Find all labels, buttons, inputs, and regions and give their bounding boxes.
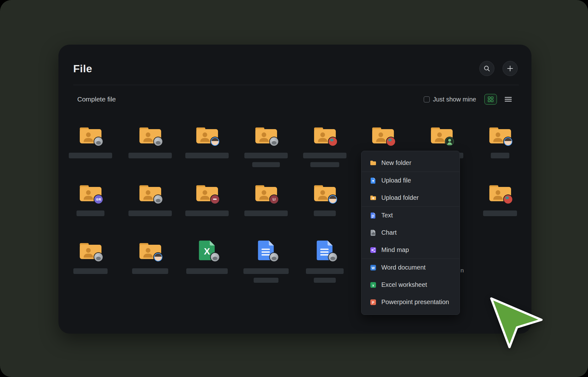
folder-icon [475, 123, 525, 147]
grid-item[interactable] [125, 123, 175, 173]
grid-item[interactable] [241, 238, 291, 288]
grid-item[interactable] [241, 123, 291, 173]
menu-item-word-document[interactable]: WWord document [362, 259, 460, 276]
file-name-placeholder [491, 153, 509, 158]
member-avatar [387, 137, 395, 146]
menu-item-excel-worksheet[interactable]: xExcel worksheet [362, 276, 460, 293]
grid-item[interactable] [125, 180, 175, 231]
file-name-placeholder [306, 268, 344, 274]
file-name-placeholder [185, 210, 229, 216]
menu-item-label: Upload folder [381, 194, 419, 201]
file-name-placeholder [69, 153, 112, 158]
file-name-placeholder [310, 162, 339, 167]
upload-file-icon [370, 177, 377, 184]
grid-item[interactable]: 志程 [65, 180, 116, 231]
folder-icon [65, 123, 116, 147]
member-avatar [504, 195, 512, 204]
menu-group: New folder [362, 154, 460, 172]
grid-item[interactable] [475, 180, 525, 231]
grid-item[interactable] [65, 238, 116, 288]
menu-item-label: Upload file [381, 177, 411, 184]
grid-item[interactable] [182, 123, 232, 173]
member-avatar [94, 253, 103, 261]
menu-item-label: Chart [381, 229, 397, 236]
svg-text:x: x [372, 283, 374, 287]
mind-map-icon [370, 247, 377, 254]
folder-icon [300, 123, 350, 147]
file-name-placeholder [254, 278, 279, 283]
grid-item[interactable] [300, 123, 350, 173]
grid-item[interactable] [65, 123, 116, 173]
menu-item-powerpoint-presentation[interactable]: PPowerpoint presentation [362, 293, 460, 311]
file-name-placeholder [244, 153, 288, 158]
menu-item-label: Mind map [381, 246, 409, 254]
folder-icon [125, 180, 175, 205]
file-name-placeholder [132, 268, 168, 274]
menu-item-label: New folder [381, 159, 411, 167]
folder-icon [475, 180, 525, 205]
folder-icon [241, 123, 291, 147]
file-name-placeholder [243, 268, 289, 274]
menu-item-upload-file[interactable]: Upload file [362, 172, 460, 189]
folder-icon [65, 180, 116, 205]
member-avatar [329, 137, 337, 146]
new-folder-icon [370, 160, 377, 167]
screen: File Complete file [0, 0, 588, 377]
grid-item[interactable] [125, 238, 175, 288]
grid-item[interactable] [475, 123, 525, 173]
member-avatar [94, 137, 103, 146]
create-context-menu: New folderUpload fileUpload folderTextCh… [361, 151, 460, 315]
word-icon: W [370, 264, 377, 271]
file-name-placeholder [185, 153, 229, 158]
grid-item[interactable]: X [182, 238, 232, 288]
file-name-placeholder [186, 268, 228, 274]
file-name-placeholder [314, 210, 336, 216]
folder-icon [182, 180, 232, 205]
menu-group: TextChartMind map [362, 206, 460, 259]
file-name-placeholder [77, 210, 105, 216]
folder-icon [300, 180, 350, 205]
member-avatar [270, 137, 278, 146]
member-avatar [154, 137, 162, 146]
member-avatar [211, 195, 219, 204]
folder-icon [125, 123, 175, 147]
folder-icon [358, 123, 408, 147]
upload-folder-icon [370, 194, 377, 201]
member-avatar: LI [270, 195, 278, 204]
grid-item[interactable] [182, 180, 232, 231]
member-avatar [329, 253, 337, 261]
file-name-placeholder [314, 278, 336, 283]
member-avatar [154, 253, 162, 261]
grid-item[interactable] [300, 180, 350, 231]
menu-item-mind-map[interactable]: Mind map [362, 241, 460, 259]
folder-icon [65, 238, 116, 263]
menu-item-text[interactable]: Text [362, 207, 460, 224]
file-manager-window: File Complete file [58, 45, 531, 334]
text-doc-icon [370, 212, 377, 219]
excel-icon: x [370, 281, 377, 288]
svg-text:X: X [204, 246, 210, 256]
member-avatar [329, 195, 337, 204]
menu-group: Upload fileUpload folder [362, 172, 460, 206]
menu-group: WWord documentxExcel worksheetPPowerpoin… [362, 259, 460, 311]
doc-icon [300, 238, 350, 263]
file-name-placeholder [244, 210, 288, 216]
grid-item[interactable] [300, 238, 350, 288]
cursor-arrow [489, 296, 546, 351]
member-avatar [445, 137, 454, 146]
folder-icon [241, 180, 291, 205]
menu-item-chart[interactable]: Chart [362, 224, 460, 241]
menu-item-new-folder[interactable]: New folder [362, 154, 460, 172]
member-avatar [211, 253, 219, 261]
member-avatar [154, 195, 162, 204]
menu-item-label: Excel worksheet [381, 281, 427, 288]
grid-item[interactable]: LI [241, 180, 291, 231]
svg-text:P: P [372, 300, 374, 304]
folder-icon [416, 123, 467, 147]
chart-icon [370, 229, 377, 236]
file-name-placeholder [252, 162, 280, 167]
file-name-placeholder [128, 210, 172, 216]
ppt-icon: P [370, 299, 377, 306]
menu-item-upload-folder[interactable]: Upload folder [362, 189, 460, 206]
file-name-placeholder [74, 268, 108, 274]
